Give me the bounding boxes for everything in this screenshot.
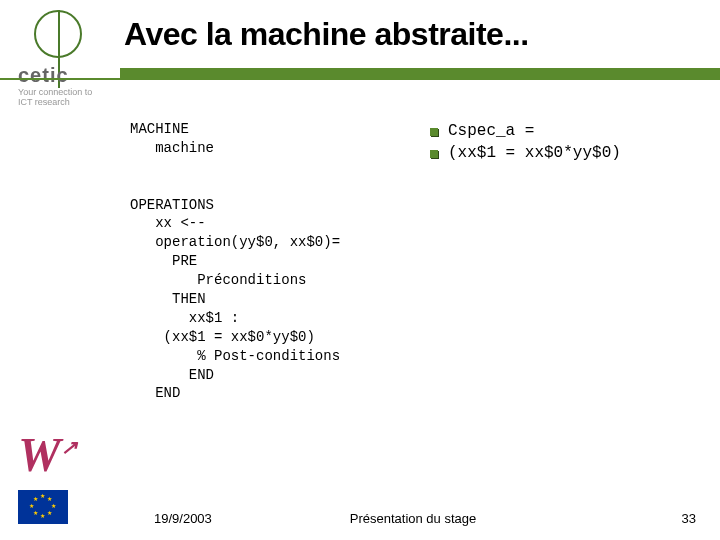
logo-w-letter: W (18, 428, 61, 481)
logo-wallonia: W↗ (18, 427, 78, 482)
bullet-text: (xx$1 = xx$0*yy$0) (448, 144, 621, 162)
code-block: MACHINE machine OPERATIONS xx <-- operat… (130, 120, 430, 403)
tagline-line2: ICT research (18, 97, 70, 107)
bullet-text: Cspec_a = (448, 122, 534, 140)
tagline-line1: Your connection to (18, 87, 92, 97)
eu-flag-icon: ★ ★ ★ ★ ★ ★ ★ ★ (18, 490, 68, 524)
bullet-item: (xx$1 = xx$0*yy$0) (430, 144, 621, 162)
eu-stars: ★ ★ ★ ★ ★ ★ ★ ★ (30, 494, 56, 520)
sidebar: cetic Your connection to ICT research W↗… (0, 0, 120, 540)
footer: 19/9/2003 Présentation du stage 33 (130, 502, 696, 526)
slide: cetic Your connection to ICT research W↗… (0, 0, 720, 540)
bullet-list: Cspec_a = (xx$1 = xx$0*yy$0) (430, 122, 621, 166)
slide-title: Avec la machine abstraite... (124, 16, 529, 53)
rule-bar (120, 68, 720, 80)
bullet-item: Cspec_a = (430, 122, 621, 140)
bullet-icon (430, 128, 438, 136)
rule-thin (0, 78, 120, 80)
footer-page-number: 33 (682, 511, 696, 526)
bullet-icon (430, 150, 438, 158)
content-area: MACHINE machine OPERATIONS xx <-- operat… (130, 120, 696, 484)
brand-tagline: Your connection to ICT research (18, 88, 92, 108)
logo-w-arrow-icon: ↗ (61, 436, 78, 458)
logo-cetic: cetic Your connection to ICT research (8, 8, 112, 100)
footer-center: Présentation du stage (130, 511, 696, 526)
title-rule (0, 68, 720, 80)
